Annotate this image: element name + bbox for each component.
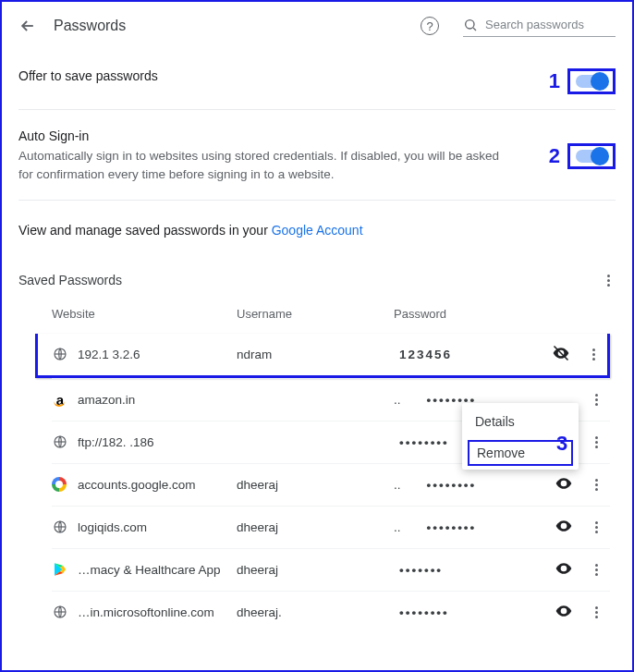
row-menu-icon[interactable] (582, 558, 610, 581)
eye-icon[interactable] (545, 602, 582, 623)
globe-icon (52, 604, 68, 620)
row-menu-icon[interactable] (582, 601, 610, 624)
eye-icon[interactable] (545, 559, 582, 580)
saved-passwords-title: Saved Passwords (18, 273, 122, 287)
search-input[interactable] (483, 17, 604, 32)
offer-save-title: Offer to save passwords (18, 68, 505, 83)
search-icon (463, 18, 478, 32)
globe-icon (52, 434, 68, 450)
svg-point-6 (562, 524, 565, 527)
website-cell[interactable]: …macy & Healthcare App (78, 563, 237, 577)
password-cell: •••••••• (394, 605, 545, 619)
annotation-2: 2 (542, 144, 567, 168)
manage-passwords-text: View and manage saved passwords in your … (18, 201, 616, 265)
page-title: Passwords (54, 18, 126, 34)
svg-point-4 (562, 482, 565, 484)
google-account-link[interactable]: Google Account (272, 223, 363, 238)
website-cell[interactable]: amazon.in (78, 393, 237, 407)
auto-signin-toggle[interactable] (576, 150, 607, 163)
row-menu-icon[interactable] (582, 473, 610, 496)
globe-icon (52, 346, 68, 362)
back-arrow-icon[interactable] (18, 17, 37, 35)
username-cell: dheeraj (237, 520, 394, 534)
eye-icon[interactable] (545, 474, 582, 495)
play-icon (52, 561, 68, 578)
svg-point-9 (562, 609, 565, 612)
svg-point-0 (466, 19, 474, 28)
website-cell[interactable]: …in.microsoftonline.com (78, 605, 237, 619)
username-cell: dheeraj (237, 563, 394, 577)
col-website: Website (52, 307, 237, 321)
auto-signin-title: Auto Sign-in (18, 128, 505, 143)
row-menu-icon[interactable] (579, 343, 607, 366)
website-cell[interactable]: accounts.google.com (78, 478, 237, 492)
password-cell: ••••••• (394, 563, 545, 577)
table-row[interactable]: 192.1 3.2.6ndram123456 (35, 334, 610, 378)
annotation-box-1 (567, 68, 616, 94)
table-row[interactable]: …in.microsoftonline.comdheeraj.•••••••• (52, 591, 610, 633)
website-cell[interactable]: logiqids.com (78, 520, 237, 534)
google-icon (52, 477, 67, 492)
username-cell: ndram (237, 348, 394, 361)
password-cell: ..•••••••• (394, 478, 545, 492)
search-field[interactable] (463, 15, 616, 37)
globe-icon (52, 519, 68, 535)
password-cell: ..•••••••• (394, 520, 545, 534)
eye-off-icon[interactable] (543, 344, 579, 365)
annotation-3: 3 (556, 432, 567, 456)
website-cell[interactable]: ftp://182. .186 (78, 435, 237, 449)
auto-signin-desc: Automatically sign in to websites using … (18, 147, 505, 185)
username-cell: dheeraj (237, 478, 394, 492)
password-cell: 123456 (394, 348, 543, 361)
row-menu-icon[interactable] (582, 516, 610, 539)
row-menu-icon[interactable] (582, 431, 610, 454)
saved-passwords-menu-icon[interactable] (601, 269, 616, 292)
offer-save-toggle[interactable] (576, 75, 607, 88)
annotation-box-2 (567, 143, 616, 169)
eye-icon[interactable] (545, 517, 582, 538)
col-password: Password (394, 307, 545, 321)
annotation-1: 1 (542, 69, 567, 93)
website-cell[interactable]: 192.1 3.2.6 (78, 348, 237, 361)
help-icon[interactable]: ? (421, 17, 439, 35)
username-cell: dheeraj. (237, 605, 394, 619)
svg-point-7 (562, 567, 565, 569)
col-username: Username (237, 307, 394, 321)
table-row[interactable]: logiqids.comdheeraj..•••••••• (52, 506, 610, 548)
row-menu-icon[interactable] (582, 388, 610, 411)
amazon-icon: a (52, 391, 68, 408)
table-row[interactable]: …macy & Healthcare Appdheeraj••••••• (52, 548, 610, 591)
